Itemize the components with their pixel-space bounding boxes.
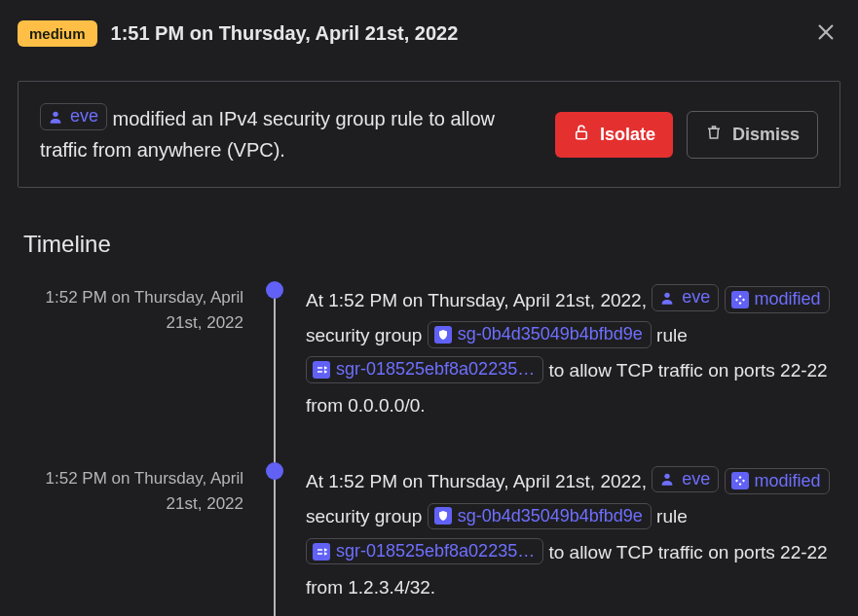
timeline-item-time: 1:52 PM on Thursday, April 21st, 2022 — [23, 283, 263, 464]
timeline-section: Timeline 1:52 PM on Thursday, April 21st… — [18, 231, 840, 616]
security-group-chip[interactable]: sg-0b4d35049b4bfbd9e — [428, 503, 652, 530]
security-group-label: sg-0b4d35049b4bfbd9e — [458, 324, 643, 345]
alert-panel: eve modified an IPv4 security group rule… — [18, 81, 840, 188]
dismiss-button[interactable]: Dismiss — [687, 111, 818, 159]
timeline-item-time: 1:52 PM on Thursday, April 21st, 2022 — [23, 464, 263, 616]
actor-chip-label: eve — [70, 106, 98, 127]
timeline-mid1: security group — [306, 506, 428, 526]
shield-icon — [434, 507, 452, 525]
person-icon — [658, 289, 676, 307]
security-group-label: sg-0b4d35049b4bfbd9e — [458, 506, 643, 527]
alert-actions: Isolate Dismiss — [555, 111, 818, 159]
alert-message: eve modified an IPv4 security group rule… — [40, 103, 536, 165]
lock-icon — [573, 124, 590, 146]
rule-icon — [313, 543, 330, 561]
svg-point-4 — [665, 293, 670, 298]
alert-message-text: modified an IPv4 security group rule to … — [40, 108, 495, 161]
actor-chip[interactable]: eve — [652, 466, 719, 493]
action-chip-label: modified — [755, 289, 821, 310]
timeline-rail — [274, 476, 276, 616]
timeline-title: Timeline — [23, 231, 835, 258]
alert-header: medium 1:51 PM on Thursday, April 21st, … — [18, 18, 840, 50]
security-group-rule-chip[interactable]: sgr-018525ebf8a02235… — [306, 538, 543, 565]
security-group-chip[interactable]: sg-0b4d35049b4bfbd9e — [428, 321, 652, 348]
timeline-item: 1:52 PM on Thursday, April 21st, 2022 At… — [23, 283, 835, 464]
security-group-rule-chip[interactable]: sgr-018525ebf8a02235… — [306, 356, 543, 383]
timeline-item-body: At 1:52 PM on Thursday, April 21st, 2022… — [286, 283, 835, 464]
svg-point-2 — [53, 112, 57, 117]
timeline-item-body: At 1:52 PM on Thursday, April 21st, 2022… — [286, 464, 835, 616]
severity-badge: medium — [18, 20, 97, 47]
timeline-prefix: At 1:52 PM on Thursday, April 21st, 2022… — [306, 290, 652, 310]
timeline-mid1: security group — [306, 325, 428, 345]
header-timestamp: 1:51 PM on Thursday, April 21st, 2022 — [111, 22, 459, 45]
action-chip[interactable]: modified — [725, 468, 830, 495]
actor-chip[interactable]: eve — [40, 103, 107, 130]
close-button[interactable] — [811, 18, 840, 50]
close-icon — [815, 21, 837, 46]
actor-chip[interactable]: eve — [652, 284, 719, 311]
svg-rect-3 — [577, 131, 587, 139]
timeline-dot-icon — [266, 462, 283, 480]
actor-chip-label: eve — [682, 469, 710, 490]
timeline-prefix: At 1:52 PM on Thursday, April 21st, 2022… — [306, 471, 652, 491]
rule-icon — [313, 361, 330, 379]
shield-icon — [434, 326, 452, 344]
action-chip[interactable]: modified — [725, 286, 830, 313]
actor-chip-label: eve — [682, 287, 710, 308]
person-icon — [658, 470, 676, 488]
svg-point-5 — [665, 474, 670, 479]
dismiss-label: Dismiss — [732, 125, 800, 145]
isolate-label: Isolate — [600, 125, 655, 145]
trash-icon — [705, 124, 723, 146]
timeline-mid2: rule — [652, 506, 688, 526]
security-group-rule-label: sgr-018525ebf8a02235… — [336, 359, 535, 380]
timeline-dot-icon — [266, 281, 283, 299]
person-icon — [47, 108, 64, 126]
timeline-rail — [274, 295, 276, 472]
timeline-item: 1:52 PM on Thursday, April 21st, 2022 At… — [23, 464, 835, 616]
action-icon — [731, 472, 749, 489]
security-group-rule-label: sgr-018525ebf8a02235… — [336, 541, 535, 562]
timeline-mid2: rule — [652, 325, 688, 345]
action-icon — [731, 291, 749, 308]
action-chip-label: modified — [755, 471, 821, 492]
isolate-button[interactable]: Isolate — [555, 112, 673, 158]
